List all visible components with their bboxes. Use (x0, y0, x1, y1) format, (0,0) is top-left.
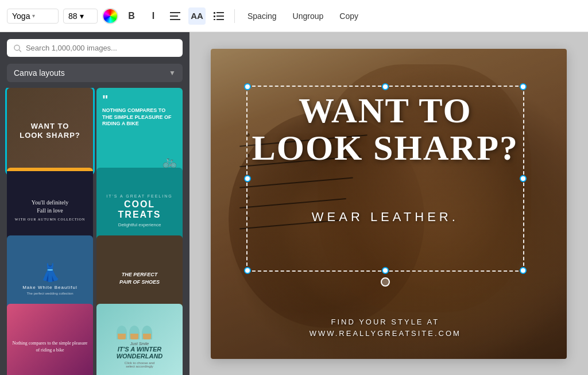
layout-item-7[interactable]: Nothing compares to the simple pleasure … (7, 304, 93, 376)
handle-top-left[interactable] (244, 83, 251, 90)
svg-rect-1 (170, 16, 178, 17)
list-icon (214, 12, 224, 20)
ungroup-button[interactable]: Ungroup (287, 9, 330, 23)
toolbar-divider-1 (234, 9, 235, 23)
canvas-bottom-text[interactable]: FIND YOUR STYLE AT WWW.REALLYGREATSITE.C… (246, 316, 524, 341)
layouts-dropdown[interactable]: Canva layouts ▼ (7, 64, 183, 82)
cupcake-3 (142, 326, 152, 339)
svg-line-10 (19, 49, 21, 52)
layout-3-text: You'll definitelyFall in loveWITH OUR AU… (15, 199, 86, 223)
handle-bottom-right[interactable] (520, 267, 527, 274)
spacing-button[interactable]: Spacing (242, 9, 283, 23)
list-button[interactable] (210, 7, 227, 25)
dropdown-label: Canva layouts (14, 68, 65, 78)
layout-5-text: Make White Beautiful (22, 285, 78, 290)
font-selector[interactable]: Yoga ▾ (7, 9, 59, 24)
svg-rect-2 (170, 19, 180, 20)
layout-2-quote: " (102, 94, 177, 106)
layout-4-text: COOLTREATS (106, 199, 172, 220)
layout-item-1[interactable]: WANT TOLOOK SHARP? (7, 88, 93, 174)
canvas-area[interactable]: WANT TO LOOK SHARP? WEAR LEATHER. FIND Y… (189, 32, 588, 375)
align-icon (170, 12, 180, 20)
canvas-wrapper: WANT TO LOOK SHARP? WEAR LEATHER. FIND Y… (211, 49, 567, 359)
layout-item-2[interactable]: " NOTHING COMPARES TO THE SIMPLE PLEASUR… (96, 88, 183, 174)
font-size-value: 88 (68, 11, 78, 21)
svg-rect-0 (170, 12, 180, 13)
dress-icon: 👗 (22, 262, 78, 283)
bottom-line-1: FIND YOUR STYLE AT (246, 316, 524, 328)
svg-point-9 (14, 45, 20, 50)
layout-8-detail: Click to choose andselect accordingly (117, 361, 163, 368)
svg-rect-4 (216, 12, 224, 13)
svg-rect-8 (216, 19, 224, 20)
bike-icon: 🚲 (163, 154, 177, 168)
headline-text: WANT TO LOOK SHARP? (252, 91, 519, 167)
bold-button[interactable]: B (123, 7, 140, 25)
svg-rect-7 (214, 19, 215, 20)
size-chevron-icon: ▾ (80, 11, 84, 21)
aa-icon: AA (191, 11, 203, 21)
layout-8-sub: Just Smile (117, 342, 163, 346)
toolbar: Yoga ▾ 88 ▾ B I AA Spacing Ungroup Copy (0, 0, 588, 32)
copy-button[interactable]: Copy (334, 9, 364, 23)
font-size-selector[interactable]: 88 ▾ (63, 9, 98, 24)
search-bar[interactable] (7, 39, 183, 57)
handle-left-middle[interactable] (244, 175, 251, 182)
handle-top-right[interactable] (520, 83, 527, 90)
search-input[interactable] (26, 44, 176, 52)
subheadline-text: WEAR LEATHER. (312, 210, 459, 224)
cupcake-1 (117, 326, 127, 339)
svg-rect-6 (216, 16, 224, 17)
layout-4-subtext: Delightful experience (106, 222, 172, 227)
layout-7-text: Nothing compares to the simple pleasure … (7, 335, 93, 358)
layout-item-8[interactable]: Just Smile IT'S A WINTERWONDERLAND Click… (96, 304, 183, 376)
canvas-subheadline[interactable]: WEAR LEATHER. (246, 210, 524, 225)
canvas-headline[interactable]: WANT TO LOOK SHARP? (246, 92, 524, 167)
rotate-handle[interactable] (381, 277, 390, 287)
svg-rect-3 (214, 12, 215, 14)
bottom-line-2: WWW.REALLYGREATSITE.COM (246, 328, 524, 340)
search-icon (14, 44, 21, 52)
align-button[interactable] (167, 7, 184, 25)
layouts-grid: WANT TOLOOK SHARP? " NOTHING COMPARES TO… (0, 88, 189, 375)
layout-4-sub: IT'S A GREAT FEELING (106, 194, 172, 198)
svg-rect-5 (214, 16, 215, 17)
handle-top-middle[interactable] (382, 83, 389, 90)
font-size-icon-button[interactable]: AA (188, 7, 206, 25)
font-name: Yoga (12, 11, 30, 21)
layout-6-text: THE PERFECTPAIR OF SHOES (119, 271, 160, 285)
color-picker-button[interactable] (102, 8, 118, 24)
handle-bottom-middle[interactable] (382, 267, 389, 274)
layout-5-sub: The perfect wedding collection (22, 292, 78, 295)
cupcake-2 (129, 326, 140, 339)
font-chevron-icon: ▾ (32, 13, 35, 19)
left-panel: Canva layouts ▼ WANT TOLOOK SHARP? " NOT… (0, 32, 189, 375)
cupcake-area (117, 326, 163, 339)
dropdown-arrow-icon: ▼ (169, 69, 176, 77)
italic-button[interactable]: I (145, 7, 162, 25)
layout-1-text: WANT TOLOOK SHARP? (20, 122, 80, 140)
layout-8-text: IT'S A WINTERWONDERLAND (117, 346, 163, 359)
handle-right-middle[interactable] (520, 175, 527, 182)
layout-2-text: NOTHING COMPARES TO THE SIMPLE PLEASURE … (102, 107, 177, 127)
main-layout: Canva layouts ▼ WANT TOLOOK SHARP? " NOT… (0, 32, 588, 375)
